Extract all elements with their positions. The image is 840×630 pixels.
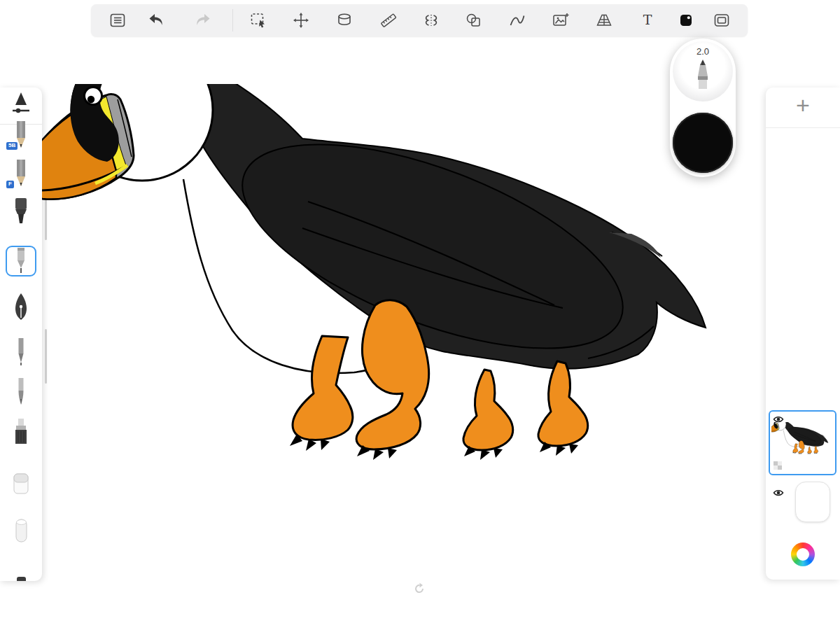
ruler-icon[interactable] bbox=[379, 11, 398, 29]
layer-2-thumbnail[interactable] bbox=[795, 482, 830, 522]
tool-pencil-f[interactable]: F bbox=[6, 160, 36, 190]
top-toolbar: T bbox=[91, 4, 748, 36]
layer-1-thumbnail bbox=[771, 422, 834, 464]
tool-nib-pen[interactable] bbox=[6, 293, 36, 323]
layer-1-selected[interactable] bbox=[769, 410, 836, 475]
transparency-lock-icon[interactable] bbox=[774, 461, 782, 470]
selection-icon[interactable] bbox=[249, 11, 267, 29]
import-image-icon[interactable] bbox=[552, 11, 570, 29]
crop-frame-icon[interactable] bbox=[713, 11, 731, 29]
tool-brush-pen[interactable] bbox=[6, 378, 36, 409]
tool-smudge[interactable] bbox=[6, 517, 36, 547]
text-tool-icon[interactable]: T bbox=[638, 11, 657, 29]
color-puck-icon[interactable] bbox=[677, 11, 695, 29]
svg-text:T: T bbox=[643, 12, 652, 27]
redo-icon[interactable] bbox=[193, 11, 211, 29]
rotate-canvas-icon[interactable] bbox=[413, 582, 426, 595]
color-wheel-button[interactable] bbox=[791, 542, 815, 566]
toolbar-divider bbox=[232, 9, 233, 31]
tool-eraser[interactable] bbox=[6, 470, 36, 500]
tool-pencil-5b[interactable]: 5B bbox=[6, 121, 36, 152]
tool-marker[interactable] bbox=[6, 198, 36, 229]
brush-size-label: 2.0 bbox=[673, 46, 733, 57]
undo-icon[interactable] bbox=[148, 11, 166, 29]
layer-visibility-eye-icon[interactable] bbox=[773, 415, 784, 424]
fill-icon[interactable] bbox=[335, 11, 354, 29]
tool-technical-pen[interactable] bbox=[6, 246, 36, 276]
brush-sidebar: 5B F bbox=[0, 88, 42, 581]
pencil-grade-badge: 5B bbox=[6, 142, 18, 150]
tool-flat-brush[interactable] bbox=[6, 419, 36, 449]
add-layer-button[interactable]: + bbox=[766, 92, 840, 118]
layers-panel: + bbox=[766, 88, 840, 580]
layer-2-visibility-eye-icon[interactable] bbox=[773, 489, 784, 497]
layers-divider bbox=[766, 127, 840, 128]
shapes-icon[interactable] bbox=[465, 11, 483, 29]
tool-ballpoint-pen[interactable] bbox=[6, 338, 36, 369]
drawing-app: { "toolbar": { "items": ["menu","undo","… bbox=[0, 0, 840, 630]
pencil-grade-badge: F bbox=[6, 181, 14, 188]
brush-settings-icon[interactable] bbox=[6, 90, 36, 120]
symmetry-icon[interactable] bbox=[422, 11, 440, 29]
color-wheel-center bbox=[797, 548, 809, 561]
perspective-guides-icon[interactable] bbox=[595, 11, 613, 29]
canvas-puffin-drawing[interactable] bbox=[42, 84, 770, 574]
menu-icon[interactable] bbox=[108, 11, 127, 29]
tool-paintbrush[interactable] bbox=[6, 557, 36, 581]
stroke-icon[interactable] bbox=[508, 11, 526, 29]
transform-icon[interactable] bbox=[292, 11, 310, 29]
